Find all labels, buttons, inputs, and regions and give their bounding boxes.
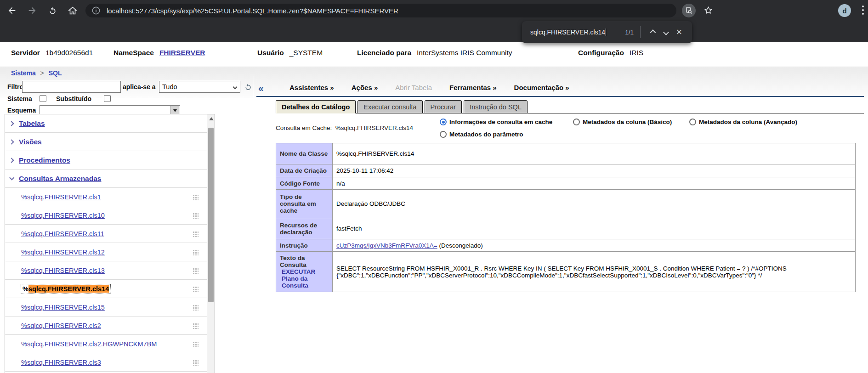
- drag-handle-icon[interactable]: [193, 360, 199, 366]
- find-next-icon[interactable]: [659, 25, 673, 39]
- radio-icon[interactable]: [440, 119, 447, 125]
- tree-category-link[interactable]: Procedimentos: [19, 156, 70, 164]
- chevron-down-icon[interactable]: [9, 175, 14, 180]
- header-field-value: InterSystems IRIS Community: [417, 49, 512, 57]
- find-close-icon[interactable]: ×: [673, 27, 686, 37]
- tab-inactive[interactable]: Instrução do SQL: [464, 100, 528, 113]
- browser-menu-icon[interactable]: [862, 6, 864, 16]
- drag-handle-icon[interactable]: [193, 249, 199, 255]
- tree-item-row: %sqlcq.FHIRSERVER.cls15: [5, 298, 207, 316]
- radio-option[interactable]: Informações de consulta em cache: [440, 119, 552, 125]
- tab-active[interactable]: Detalhes do Catálogo: [276, 100, 356, 113]
- find-previous-icon[interactable]: [645, 25, 659, 39]
- menu-item[interactable]: Abrir Tabela: [395, 84, 432, 91]
- row-value-cell: cUzP3mqs/IgxVNb3FmRFVra0X1A= (Descongela…: [333, 239, 856, 252]
- header-field-label: Configuração: [578, 49, 624, 57]
- scrollbar-thumb[interactable]: [208, 128, 214, 302]
- drag-handle-icon[interactable]: [193, 231, 199, 237]
- cached-query-link[interactable]: %sqlcq.FHIRSERVER.cls3: [21, 359, 101, 366]
- radio-label: Metadados da coluna (Básico): [583, 119, 672, 125]
- cached-query-link[interactable]: %sqlcq.FHIRSERVER.cls15: [21, 304, 105, 311]
- reload-icon[interactable]: [47, 5, 58, 16]
- search-in-page-icon[interactable]: [682, 4, 696, 17]
- tree-category-link[interactable]: Consultas Armazenadas: [19, 175, 101, 183]
- drag-handle-icon[interactable]: [193, 194, 199, 200]
- cached-query-link[interactable]: %sqlcq.FHIRSERVER.cls11: [21, 230, 104, 237]
- row-action-link[interactable]: Plano da Consulta: [282, 275, 329, 289]
- drag-handle-icon[interactable]: [193, 341, 199, 347]
- refresh-icon[interactable]: [244, 83, 253, 92]
- home-icon[interactable]: [67, 5, 78, 16]
- cached-query-link[interactable]: %sqlcq.FHIRSERVER.cls13: [21, 267, 105, 274]
- row-value-cell: 2025-10-11 17:06:42: [333, 164, 856, 177]
- statement-hash-link[interactable]: cUzP3mqs/IgxVNb3FmRFVra0X1A=: [336, 242, 437, 249]
- cached-query-link[interactable]: %sqlcq.FHIRSERVER.cls2: [21, 322, 101, 329]
- row-label-cell: Recursos de declaração: [276, 218, 333, 239]
- tree-category-row: Consultas Armazenadas: [5, 170, 207, 188]
- header-field: Usuário_SYSTEM: [257, 49, 323, 57]
- row-action-link[interactable]: EXECUTAR: [282, 268, 329, 275]
- row-label-cell: Data de Criação: [276, 164, 333, 177]
- sistema-checkbox[interactable]: [40, 95, 46, 102]
- filtro-label: Filtro: [7, 83, 23, 90]
- table-row: Texto da ConsultaEXECUTARPlano da Consul…: [276, 252, 856, 292]
- forward-icon[interactable]: [27, 5, 38, 16]
- radio-option[interactable]: Metadados da coluna (Básico): [573, 119, 672, 125]
- cached-query-link[interactable]: %sqlcq.FHIRSERVER.cls10: [21, 212, 105, 219]
- substituido-checkbox[interactable]: [104, 95, 111, 102]
- menu-item[interactable]: Ações »: [352, 84, 378, 91]
- url-text[interactable]: localhost:52773/csp/sys/exp/%25CSP.UI.Po…: [107, 7, 398, 15]
- menu-item[interactable]: Assistentes »: [289, 84, 334, 91]
- chevron-right-icon[interactable]: [9, 139, 14, 144]
- menu-item[interactable]: Ferramentas »: [449, 84, 497, 91]
- cached-query-link[interactable]: %sqlcq.FHIRSERVER.cls2.HGWPNCKM7BM: [21, 340, 157, 348]
- filtro-input[interactable]: [22, 81, 121, 93]
- drag-handle-icon[interactable]: [193, 305, 199, 311]
- collapse-pane-icon[interactable]: «: [258, 83, 264, 94]
- find-match-count: 1/1: [625, 29, 634, 36]
- tree-scrollbar[interactable]: [207, 114, 215, 373]
- radio-label: Informações de consulta em cache: [449, 119, 552, 125]
- cached-query-link[interactable]: %sqlcq.FHIRSERVER.cls1: [21, 193, 101, 201]
- tree-category-row: Tabelas: [5, 114, 207, 133]
- profile-avatar[interactable]: d: [838, 4, 851, 17]
- drag-handle-icon[interactable]: [193, 323, 199, 329]
- radio-icon[interactable]: [689, 119, 696, 125]
- tab-inactive[interactable]: Procurar: [425, 100, 462, 113]
- chevron-right-icon[interactable]: [9, 158, 14, 163]
- scroll-up-icon[interactable]: [209, 117, 214, 120]
- drag-handle-icon[interactable]: [193, 213, 199, 219]
- address-bar[interactable]: localhost:52773/csp/sys/exp/%25CSP.UI.Po…: [85, 4, 676, 17]
- find-query-input[interactable]: sqlcq.FHIRSERVER.cls14: [530, 28, 605, 36]
- bookmark-star-icon[interactable]: [703, 5, 714, 16]
- cached-query-name: %sqlcq.FHIRSERVER.cls14: [335, 124, 413, 131]
- breadcrumb-sistema[interactable]: Sistema: [11, 69, 36, 77]
- radio-icon[interactable]: [440, 131, 447, 138]
- statement-state: (Descongelado): [437, 242, 483, 249]
- namespace-link[interactable]: FHIRSERVER: [159, 49, 205, 57]
- radio-option[interactable]: Metadados do parâmetro: [440, 131, 523, 138]
- aplica-se-a-value: Tudo: [162, 83, 177, 90]
- table-row: Data de Criação2025-10-11 17:06:42: [276, 164, 856, 177]
- tree-category-link[interactable]: Tabelas: [19, 119, 45, 128]
- tab-inactive[interactable]: Executar consulta: [357, 100, 422, 113]
- site-info-icon[interactable]: [91, 6, 101, 16]
- header-field-label: Servidor: [11, 49, 40, 57]
- back-icon[interactable]: [6, 5, 17, 16]
- cached-query-link[interactable]: %sqlcq.FHIRSERVER.cls14: [21, 284, 110, 294]
- drag-handle-icon[interactable]: [193, 286, 199, 292]
- toolbar-band: [0, 67, 868, 98]
- radio-icon[interactable]: [573, 119, 580, 125]
- cached-query-label: Consulta em Cache: %sqlcq.FHIRSERVER.cls…: [276, 124, 413, 131]
- drag-handle-icon[interactable]: [193, 268, 199, 274]
- radio-option[interactable]: Metadados da coluna (Avançado): [689, 119, 797, 125]
- tree-category-link[interactable]: Visões: [19, 138, 42, 146]
- aplica-se-a-select[interactable]: Tudo: [159, 81, 240, 93]
- breadcrumb-sql[interactable]: SQL: [49, 69, 62, 77]
- chevron-right-icon[interactable]: [9, 121, 14, 126]
- header-field-value: 1b49d02656d1: [45, 49, 93, 57]
- menu-item[interactable]: Documentação »: [514, 84, 569, 91]
- header-field: ConfiguraçãoIRIS: [578, 49, 643, 57]
- cached-query-link[interactable]: %sqlcq.FHIRSERVER.cls12: [21, 249, 105, 256]
- browser-toolbar: localhost:52773/csp/sys/exp/%25CSP.UI.Po…: [0, 0, 868, 21]
